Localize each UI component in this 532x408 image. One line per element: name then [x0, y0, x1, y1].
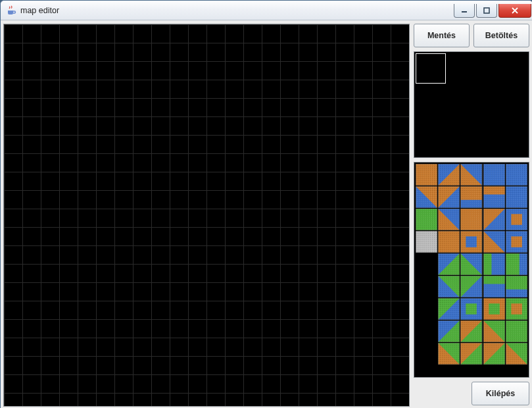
java-icon — [6, 5, 16, 16]
palette-tile[interactable] — [438, 186, 460, 208]
exit-button[interactable]: Kilépés — [472, 382, 529, 405]
palette-tile[interactable] — [416, 164, 437, 186]
map-canvas[interactable] — [3, 24, 410, 407]
palette-tile[interactable] — [506, 164, 527, 186]
palette-tile[interactable] — [483, 276, 505, 297]
palette-tile[interactable] — [506, 320, 527, 342]
palette-tile — [416, 253, 437, 275]
close-button[interactable] — [498, 4, 531, 18]
palette-tile[interactable] — [483, 209, 505, 230]
palette-tile — [416, 298, 437, 320]
palette-tile[interactable] — [483, 186, 505, 208]
svg-rect-68 — [506, 186, 527, 208]
palette-tile[interactable] — [416, 186, 437, 208]
palette-tile[interactable] — [438, 231, 460, 253]
svg-rect-5 — [416, 164, 437, 186]
palette-tile[interactable] — [438, 276, 460, 297]
side-panel: Mentés Betöltés — [414, 24, 529, 407]
window-controls — [452, 4, 531, 17]
svg-rect-73 — [416, 209, 437, 230]
svg-rect-107 — [416, 231, 437, 253]
palette-tile[interactable] — [460, 186, 482, 208]
palette-tile[interactable] — [506, 186, 527, 208]
svg-rect-86 — [460, 209, 482, 230]
palette-tile[interactable] — [483, 320, 505, 342]
palette-tile[interactable] — [506, 298, 527, 320]
minimize-icon — [461, 7, 468, 14]
palette-tile[interactable] — [438, 343, 460, 365]
palette-tile[interactable] — [460, 209, 482, 230]
maximize-button[interactable] — [476, 4, 497, 18]
palette-tile[interactable] — [483, 343, 505, 365]
palette-tile[interactable] — [460, 253, 482, 275]
palette-tile[interactable] — [438, 320, 460, 342]
palette-tile[interactable] — [438, 164, 460, 186]
palette-tile[interactable] — [506, 276, 527, 297]
palette-tile[interactable] — [506, 253, 527, 275]
palette-tile[interactable] — [483, 298, 505, 320]
minimize-button[interactable] — [454, 4, 475, 18]
palette-tile — [416, 320, 437, 342]
top-button-row: Mentés Betöltés — [414, 24, 529, 47]
save-button[interactable]: Mentés — [414, 24, 470, 47]
palette-tile[interactable] — [506, 231, 527, 253]
bottom-button-row: Kilépés — [414, 382, 529, 407]
load-button[interactable]: Betöltés — [473, 24, 529, 47]
tile-preview — [414, 51, 529, 158]
palette-tile[interactable] — [506, 209, 527, 230]
palette-tile[interactable] — [460, 320, 482, 342]
svg-rect-31 — [506, 164, 527, 186]
tile-palette — [414, 162, 529, 378]
palette-tile[interactable] — [416, 209, 437, 230]
preview-selection — [416, 53, 446, 84]
palette-tile[interactable] — [460, 298, 482, 320]
palette-tile[interactable] — [460, 343, 482, 365]
maximize-icon — [483, 7, 490, 14]
palette-tile[interactable] — [438, 209, 460, 230]
app-window: map editor Mentés Betöltés — [0, 0, 532, 408]
palette-tile[interactable] — [438, 298, 460, 320]
palette-tile — [416, 343, 437, 365]
svg-rect-112 — [438, 231, 460, 253]
titlebar[interactable]: map editor — [1, 1, 532, 20]
palette-tile[interactable] — [460, 164, 482, 186]
palette-tile[interactable] — [460, 276, 482, 297]
palette-tile[interactable] — [506, 343, 527, 365]
svg-rect-261 — [506, 320, 527, 342]
palette-tile[interactable] — [483, 231, 505, 253]
close-icon — [511, 7, 519, 14]
palette-tile[interactable] — [416, 231, 437, 253]
palette-tile — [416, 276, 437, 297]
svg-rect-26 — [483, 164, 505, 186]
client-area: Mentés Betöltés — [1, 20, 532, 408]
palette-tile[interactable] — [438, 253, 460, 275]
palette-tile[interactable] — [483, 164, 505, 186]
svg-rect-1 — [484, 8, 489, 13]
palette-tile[interactable] — [460, 231, 482, 253]
window-title: map editor — [20, 6, 59, 15]
svg-rect-0 — [462, 11, 467, 13]
palette-tile[interactable] — [483, 253, 505, 275]
